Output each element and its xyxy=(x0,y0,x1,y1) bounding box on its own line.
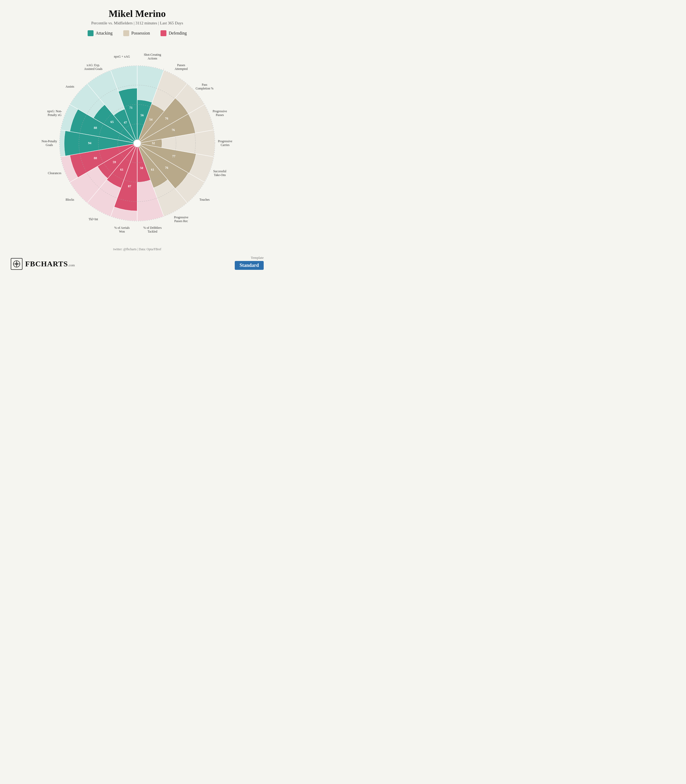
svg-text:ProgressiveCarries: ProgressiveCarries xyxy=(218,140,232,147)
svg-text:76: 76 xyxy=(172,128,175,132)
twitter-credit: twitter: @fbcharts | Data: Opta/FBref xyxy=(113,247,161,252)
svg-text:65: 65 xyxy=(110,120,114,124)
svg-text:npxG: Non-Penalty xG: npxG: Non-Penalty xG xyxy=(47,109,62,116)
template-badge: Standard xyxy=(235,261,264,270)
svg-text:PassesAttempted: PassesAttempted xyxy=(175,64,188,71)
svg-text:ProgressivePasses: ProgressivePasses xyxy=(212,109,227,116)
svg-text:% of AerialsWon: % of AerialsWon xyxy=(114,226,130,233)
svg-text:32: 32 xyxy=(152,141,155,145)
logo-text: FBCHARTS xyxy=(25,260,68,268)
svg-text:61: 61 xyxy=(151,168,154,172)
svg-text:76: 76 xyxy=(165,166,168,170)
svg-text:Tkl+Int: Tkl+Int xyxy=(88,217,98,221)
svg-text:ProgressivePasses Rec: ProgressivePasses Rec xyxy=(174,216,188,223)
legend-item-attacking: Attacking xyxy=(88,30,113,36)
page-title: Mikel Merino xyxy=(109,8,166,19)
svg-text:47: 47 xyxy=(124,121,127,124)
svg-text:npxG + xAG: npxG + xAG xyxy=(114,55,130,59)
svg-text:77: 77 xyxy=(172,154,175,158)
svg-text:88: 88 xyxy=(94,156,97,160)
svg-text:87: 87 xyxy=(128,185,131,188)
svg-text:Non-PenaltyGoals: Non-PenaltyGoals xyxy=(41,140,57,147)
logo-com: .com xyxy=(68,263,75,267)
svg-text:SuccessfulTake-Ons: SuccessfulTake-Ons xyxy=(213,170,227,176)
svg-text:xAG: Exp.Assisted Goals: xAG: Exp.Assisted Goals xyxy=(84,64,103,70)
svg-text:94: 94 xyxy=(88,141,91,145)
svg-text:54: 54 xyxy=(149,118,152,121)
footer: FBCHARTS.com Template Standard xyxy=(5,256,269,270)
svg-text:Assists: Assists xyxy=(65,85,74,88)
svg-text:Touches: Touches xyxy=(199,198,210,201)
chart-container: Shot-CreatingActionsPassesAttemptedPassC… xyxy=(35,41,239,245)
svg-text:76: 76 xyxy=(165,116,168,120)
subtitle: Percentile vs. Midfielders | 3112 minute… xyxy=(91,21,183,25)
svg-text:Blocks: Blocks xyxy=(66,198,74,201)
svg-text:% of DribblersTackled: % of DribblersTackled xyxy=(143,226,162,233)
legend-item-possession: Possession xyxy=(123,30,150,36)
svg-text:71: 71 xyxy=(129,106,132,109)
svg-text:56: 56 xyxy=(140,113,144,117)
svg-text:50: 50 xyxy=(140,166,143,170)
svg-text:88: 88 xyxy=(94,126,97,130)
svg-text:PassCompletion %: PassCompletion % xyxy=(196,83,214,90)
template-label: Template xyxy=(235,256,264,260)
template-area: Template Standard xyxy=(235,256,264,270)
legend: Attacking Possession Defending xyxy=(88,30,187,36)
svg-text:Clearances: Clearances xyxy=(48,172,62,175)
logo-icon xyxy=(11,258,23,270)
logo-area: FBCHARTS.com xyxy=(11,258,75,270)
svg-point-82 xyxy=(134,140,141,147)
svg-text:59: 59 xyxy=(113,160,116,164)
svg-text:61: 61 xyxy=(120,168,124,172)
legend-item-defending: Defending xyxy=(160,30,187,36)
svg-text:Shot-CreatingActions: Shot-CreatingActions xyxy=(144,53,161,60)
